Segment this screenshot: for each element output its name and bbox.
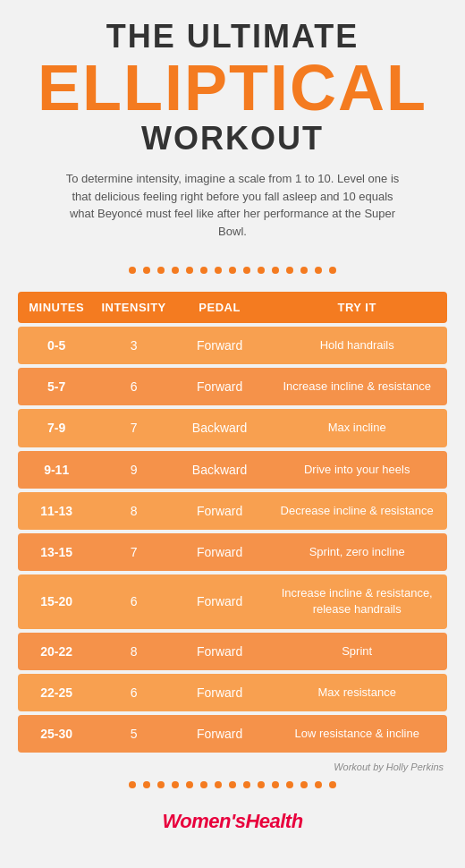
dot (200, 267, 207, 274)
cell-pedal: Forward (173, 715, 267, 753)
cell-tryit: Increase incline & resistance, release h… (266, 574, 447, 628)
credit-text: Workout by Holly Perkins (18, 762, 447, 772)
brand-logo: Women'sHealth (162, 810, 302, 833)
dot (315, 781, 322, 788)
cell-intensity: 6 (95, 368, 172, 405)
table-row: 0-53ForwardHold handrails (18, 327, 447, 364)
cell-minutes: 9-11 (18, 451, 95, 489)
dot (243, 267, 250, 274)
dot (258, 781, 265, 788)
cell-minutes: 22-25 (18, 674, 95, 711)
cell-tryit: Increase incline & resistance (266, 368, 447, 405)
dot (286, 781, 293, 788)
cell-intensity: 8 (95, 492, 172, 530)
dot (186, 267, 193, 274)
cell-intensity: 9 (95, 451, 172, 489)
dot (186, 781, 193, 788)
table-header-row: MINUTES INTENSITY PEDAL TRY IT (18, 292, 447, 323)
col-header-pedal: PEDAL (173, 292, 267, 323)
cell-intensity: 6 (95, 574, 172, 628)
cell-pedal: Forward (173, 633, 267, 670)
cell-intensity: 5 (95, 715, 172, 753)
cell-pedal: Forward (173, 492, 267, 530)
cell-pedal: Backward (173, 451, 267, 489)
dot (215, 781, 222, 788)
brand-name: Women'sHealth (162, 810, 302, 832)
cell-pedal: Forward (173, 674, 267, 711)
dot (329, 267, 336, 274)
dot (243, 781, 250, 788)
cell-tryit: Max incline (266, 409, 447, 447)
dot (200, 781, 207, 788)
cell-tryit: Low resistance & incline (266, 715, 447, 753)
col-header-minutes: MINUTES (18, 292, 95, 323)
dot (286, 267, 293, 274)
dot (129, 781, 136, 788)
cell-pedal: Forward (173, 327, 267, 364)
dot (229, 267, 236, 274)
table-row: 13-157ForwardSprint, zero incline (18, 533, 447, 571)
dot (172, 267, 179, 274)
cell-intensity: 6 (95, 674, 172, 711)
dot (272, 781, 279, 788)
table-row: 7-97BackwardMax incline (18, 409, 447, 447)
table-row: 25-305ForwardLow resistance & incline (18, 715, 447, 753)
dot (143, 267, 150, 274)
dot (157, 781, 165, 788)
cell-tryit: Decrease incline & resistance (266, 492, 447, 530)
dot (300, 781, 308, 788)
col-header-tryit: TRY IT (266, 292, 447, 323)
cell-intensity: 3 (95, 327, 172, 364)
dot (157, 267, 165, 274)
cell-tryit: Max resistance (266, 674, 447, 711)
dot (272, 267, 279, 274)
cell-minutes: 15-20 (18, 574, 95, 628)
cell-minutes: 25-30 (18, 715, 95, 753)
title-line3: WORKOUT (18, 120, 447, 157)
cell-tryit: Hold handrails (266, 327, 447, 364)
cell-minutes: 11-13 (18, 492, 95, 530)
table-row: 22-256ForwardMax resistance (18, 674, 447, 711)
cell-tryit: Sprint (266, 633, 447, 670)
dots-top (129, 267, 336, 274)
dot (172, 781, 179, 788)
cell-intensity: 7 (95, 533, 172, 571)
dot (329, 781, 336, 788)
workout-table-container: MINUTES INTENSITY PEDAL TRY IT 0-53Forwa… (18, 288, 447, 756)
table-row: 11-138ForwardDecrease incline & resistan… (18, 492, 447, 530)
table-row: 9-119BackwardDrive into your heels (18, 451, 447, 489)
title-line1: THE ULTIMATE (18, 18, 447, 55)
table-row: 15-206ForwardIncrease incline & resistan… (18, 574, 447, 628)
subtitle-text: To determine intensity, imagine a scale … (63, 170, 402, 240)
dot (258, 267, 265, 274)
dot (229, 781, 236, 788)
cell-minutes: 20-22 (18, 633, 95, 670)
title-line2: ELLIPTICAL (18, 55, 447, 120)
dot (129, 267, 136, 274)
cell-intensity: 8 (95, 633, 172, 670)
cell-minutes: 13-15 (18, 533, 95, 571)
cell-minutes: 0-5 (18, 327, 95, 364)
table-row: 5-76ForwardIncrease incline & resistance (18, 368, 447, 405)
cell-pedal: Forward (173, 574, 267, 628)
col-header-intensity: INTENSITY (95, 292, 172, 323)
cell-pedal: Backward (173, 409, 267, 447)
cell-pedal: Forward (173, 368, 267, 405)
dot (215, 267, 222, 274)
dot (143, 781, 150, 788)
table-row: 20-228ForwardSprint (18, 633, 447, 670)
cell-tryit: Sprint, zero incline (266, 533, 447, 571)
cell-intensity: 7 (95, 409, 172, 447)
dot (300, 267, 308, 274)
workout-table: MINUTES INTENSITY PEDAL TRY IT 0-53Forwa… (18, 288, 447, 756)
header-section: THE ULTIMATE ELLIPTICAL WORKOUT To deter… (18, 18, 447, 249)
dots-bottom (129, 781, 336, 788)
table-body: 0-53ForwardHold handrails5-76ForwardIncr… (18, 327, 447, 753)
cell-tryit: Drive into your heels (266, 451, 447, 489)
cell-pedal: Forward (173, 533, 267, 571)
dot (315, 267, 322, 274)
cell-minutes: 5-7 (18, 368, 95, 405)
cell-minutes: 7-9 (18, 409, 95, 447)
